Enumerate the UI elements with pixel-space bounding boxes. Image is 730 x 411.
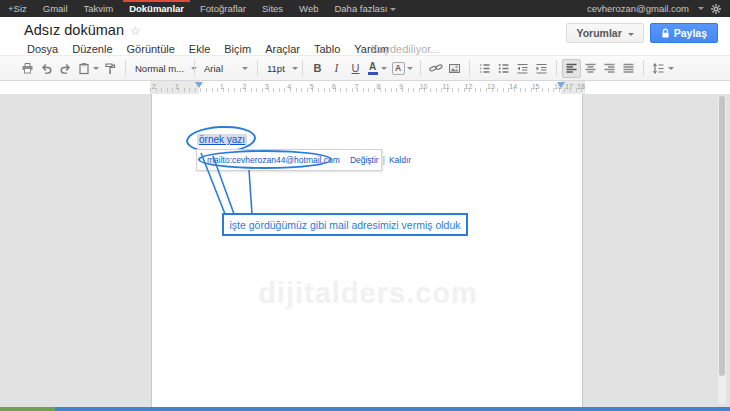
account-email[interactable]: cevherozan@gmail.com [587, 3, 689, 14]
doc-title-text[interactable]: Adsız doküman [24, 22, 124, 38]
underline-label: U [352, 62, 360, 74]
share-button-label: Paylaş [674, 27, 707, 39]
toolbar-separator [257, 60, 258, 76]
save-status: Kaydediliyor... [371, 43, 439, 55]
link-tooltip-separator: | [383, 155, 385, 165]
highlight-caret-icon [407, 67, 413, 70]
align-right-button[interactable] [600, 59, 619, 78]
text-color-icon: A [368, 62, 378, 75]
insert-image-button[interactable] [445, 59, 464, 78]
font-family-dropdown[interactable]: Arial [200, 59, 252, 78]
watermark-text: dijitalders.com [152, 277, 584, 310]
undo-button[interactable] [37, 59, 56, 78]
topnav-item-2[interactable]: Takvim [76, 0, 122, 17]
bold-button[interactable]: B [308, 59, 327, 78]
toolbar-separator [302, 60, 303, 76]
account-caret-icon[interactable] [698, 7, 704, 10]
align-justify-button[interactable] [619, 59, 638, 78]
gear-icon[interactable] [710, 3, 722, 15]
ruler-number: 10 [420, 83, 428, 90]
ruler-number: 17 [565, 83, 573, 90]
doc-link-text[interactable]: örnek yazı [197, 134, 247, 145]
ruler-number: 8 [377, 83, 381, 90]
scrollbar-thumb[interactable] [719, 96, 725, 376]
align-left-button[interactable] [562, 59, 581, 78]
ruler-number: 6 [332, 83, 336, 90]
topnav-item-7[interactable]: Daha fazlası [326, 0, 404, 17]
insert-link-button[interactable] [426, 59, 445, 78]
link-change-button[interactable]: Değiştir [350, 155, 379, 165]
menu-dosya[interactable]: Dosya [20, 43, 65, 55]
share-button[interactable]: Paylaş [650, 23, 718, 43]
ruler-number: 2 [242, 83, 246, 90]
ruler-number: 15 [532, 83, 540, 90]
topnav-item-4[interactable]: Fotoğraflar [192, 0, 254, 17]
topnav-item-0[interactable]: +Siz [0, 0, 35, 17]
ruler-number: 5 [310, 83, 314, 90]
toolbar-separator [556, 60, 557, 76]
left-indent-marker[interactable] [195, 82, 203, 88]
ruler-number: 12 [464, 83, 472, 90]
comments-button[interactable]: Yorumlar [566, 23, 643, 43]
bulleted-list-button[interactable] [494, 59, 513, 78]
italic-button[interactable]: I [327, 59, 346, 78]
top-bar-account-area: cevherozan@gmail.com [587, 3, 730, 15]
ruler-number: 2 [152, 83, 156, 90]
web-clipboard-button[interactable] [75, 59, 101, 78]
menu-bar: DosyaDüzenleGörüntüleEkleBiçimAraçlarTab… [20, 43, 396, 55]
annotation-callout-box: işte gördüğümüz gibi mail adresimizi ver… [222, 213, 468, 236]
numbered-list-button[interactable] [475, 59, 494, 78]
print-button[interactable] [18, 59, 37, 78]
doc-title[interactable]: Adsız doküman☆ [24, 22, 141, 38]
menu-tablo[interactable]: Tablo [307, 43, 347, 55]
link-remove-button[interactable]: Kaldır [389, 155, 411, 165]
ruler-number: 11 [442, 83, 449, 90]
top-nav: +SizGmailTakvimDokümanlarFotoğraflarSite… [0, 0, 404, 17]
menu-araçlar[interactable]: Araçlar [258, 43, 307, 55]
topnav-caret-icon [390, 8, 396, 11]
doc-header: Adsız doküman☆ DosyaDüzenleGörüntüleEkle… [0, 17, 730, 55]
right-indent-marker[interactable] [557, 82, 565, 88]
toolbar-separator [420, 60, 421, 76]
paragraph-style-value: Normal m... [135, 63, 184, 74]
ruler-number: 1 [175, 83, 179, 90]
align-center-button[interactable] [581, 59, 600, 78]
ruler: 21123456789101112131415161718 [0, 81, 730, 94]
menu-ekle[interactable]: Ekle [182, 43, 217, 55]
paragraph-style-dropdown[interactable]: Normal m... [131, 59, 189, 78]
paint-format-button[interactable] [101, 59, 120, 78]
header-buttons: Yorumlar Paylaş [566, 23, 718, 43]
ruler-number: 9 [399, 83, 403, 90]
link-tooltip: mailto:cevherozan44@hotmail.com Değiştir… [196, 149, 382, 171]
underline-button[interactable]: U [346, 59, 365, 78]
vertical-scrollbar[interactable] [718, 96, 726, 404]
topnav-item-1[interactable]: Gmail [35, 0, 76, 17]
document-page[interactable]: dijitalders.com örnek yazı mailto:cevher… [151, 94, 583, 407]
ruler-number: 7 [354, 83, 358, 90]
toolbar-separator [194, 60, 195, 76]
text-color-button[interactable]: A [365, 59, 389, 78]
topnav-item-6[interactable]: Web [291, 0, 326, 17]
topnav-item-3[interactable]: Dokümanlar [121, 0, 192, 17]
highlight-color-button[interactable]: A [389, 59, 415, 78]
menu-biçim[interactable]: Biçim [217, 43, 258, 55]
font-size-dropdown[interactable]: 11pt [263, 59, 297, 78]
outdent-button[interactable] [513, 59, 532, 78]
link-tooltip-url[interactable]: mailto:cevherozan44@hotmail.com [207, 155, 340, 165]
highlight-color-icon: A [392, 62, 405, 75]
document-canvas: dijitalders.com örnek yazı mailto:cevher… [0, 94, 730, 407]
ruler-number: 1 [220, 83, 224, 90]
ruler-number: 14 [509, 83, 517, 90]
topnav-item-5[interactable]: Sites [254, 0, 291, 17]
menu-düzenle[interactable]: Düzenle [65, 43, 119, 55]
ruler-number: 18 [577, 83, 585, 90]
ruler-ticks [150, 88, 585, 92]
indent-button[interactable] [532, 59, 551, 78]
menu-görüntüle[interactable]: Görüntüle [120, 43, 182, 55]
star-icon[interactable]: ☆ [130, 24, 141, 38]
ruler-number: 3 [265, 83, 269, 90]
video-progress-bar[interactable] [0, 407, 730, 411]
redo-button[interactable] [56, 59, 75, 78]
line-spacing-button[interactable] [649, 59, 677, 78]
web-clipboard-caret-icon [93, 67, 99, 70]
